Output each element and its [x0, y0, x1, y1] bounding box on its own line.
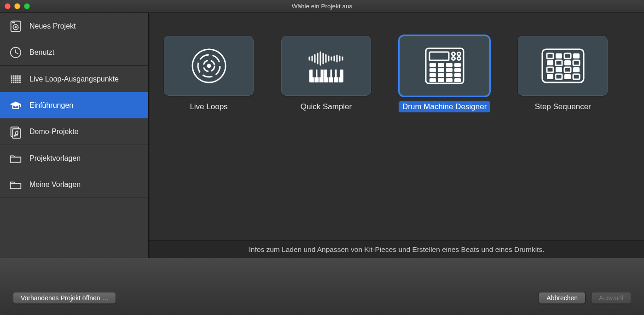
sidebar-item-gradcap[interactable]: Einführungen: [0, 92, 148, 118]
svg-rect-65: [429, 63, 436, 67]
sidebar-item-label: Meine Vorlagen: [29, 181, 81, 189]
sidebar: Neues ProjektBenutztLive Loop-Ausgangspu…: [0, 13, 149, 258]
svg-rect-67: [446, 63, 453, 67]
svg-rect-55: [317, 70, 320, 77]
svg-point-28: [16, 134, 18, 136]
sidebar-item-docmusic[interactable]: Demo-Projekte: [0, 118, 148, 145]
svg-rect-22: [15, 82, 17, 83]
maximize-window-icon[interactable]: [24, 3, 30, 9]
sidebar-item-label: Live Loop-Ausgangspunkte: [29, 75, 119, 83]
svg-rect-12: [15, 77, 17, 79]
gradcap-icon: [8, 98, 23, 113]
template-thumbnail: [164, 36, 254, 96]
titlebar: Wähle ein Projekt aus: [0, 0, 644, 13]
sidebar-item-label: Neues Projekt: [29, 22, 76, 30]
sidebar-item-folder[interactable]: Projektvorlagen: [0, 145, 148, 171]
svg-rect-88: [564, 60, 571, 65]
svg-rect-26: [12, 128, 20, 138]
svg-rect-84: [564, 53, 571, 58]
template-grid: Live LoopsQuick SamplerDrum Machine Desi…: [149, 13, 644, 240]
svg-rect-6: [13, 75, 14, 76]
sidebar-item-disk[interactable]: Neues Projekt: [0, 13, 148, 39]
template-label: Step Sequencer: [531, 101, 595, 112]
svg-rect-16: [13, 79, 14, 81]
svg-rect-77: [429, 78, 436, 82]
sidebar-item-label: Demo-Projekte: [29, 128, 79, 136]
template-quicksampler[interactable]: Quick Sampler: [281, 36, 371, 112]
svg-point-62: [457, 52, 460, 56]
content-pane: Live LoopsQuick SamplerDrum Machine Desi…: [149, 13, 644, 258]
clock-icon: [8, 45, 23, 60]
svg-rect-94: [547, 74, 553, 79]
cancel-button[interactable]: Abbrechen: [539, 292, 586, 304]
sidebar-item-grid[interactable]: Live Loop-Ausgangspunkte: [0, 66, 148, 92]
docmusic-icon: [8, 124, 23, 139]
svg-rect-19: [19, 79, 21, 81]
footer: Vorhandenes Projekt öffnen … Abbrechen A…: [0, 258, 644, 315]
svg-rect-7: [15, 75, 17, 76]
open-existing-button[interactable]: Vorhandenes Projekt öffnen …: [13, 292, 116, 304]
svg-rect-23: [17, 82, 18, 83]
svg-point-61: [452, 52, 455, 56]
svg-rect-82: [547, 53, 553, 58]
svg-rect-20: [11, 82, 12, 83]
template-liveloops[interactable]: Live Loops: [164, 36, 254, 112]
template-thumbnail: [400, 36, 489, 96]
svg-rect-89: [573, 60, 580, 65]
window-title: Wähle ein Projekt aus: [0, 3, 644, 10]
close-window-icon[interactable]: [5, 3, 11, 9]
folder-icon: [8, 177, 23, 192]
template-thumbnail: [281, 36, 371, 96]
svg-rect-79: [446, 78, 453, 82]
template-label: Drum Machine Designer: [399, 101, 490, 112]
svg-rect-73: [429, 73, 436, 77]
template-label: Live Loops: [186, 101, 231, 112]
svg-rect-24: [19, 82, 21, 83]
svg-point-63: [452, 57, 455, 60]
svg-rect-70: [438, 68, 444, 72]
svg-rect-85: [573, 53, 580, 58]
template-stepseq[interactable]: Step Sequencer: [518, 36, 608, 112]
svg-point-2: [15, 26, 17, 28]
svg-rect-58: [337, 70, 340, 77]
svg-rect-86: [547, 60, 553, 65]
sidebar-item-label: Projektvorlagen: [29, 154, 81, 163]
disk-icon: [8, 19, 23, 34]
main-area: Neues ProjektBenutztLive Loop-Ausgangspu…: [0, 13, 644, 258]
svg-rect-9: [19, 75, 21, 76]
sidebar-item-folder[interactable]: Meine Vorlagen: [0, 171, 148, 198]
svg-rect-8: [17, 75, 18, 76]
svg-rect-21: [13, 82, 14, 83]
svg-rect-11: [13, 77, 14, 79]
sidebar-item-label: Einführungen: [29, 101, 73, 110]
choose-button[interactable]: Auswahl: [591, 292, 631, 304]
svg-rect-95: [556, 74, 562, 79]
svg-rect-90: [547, 67, 553, 72]
svg-rect-10: [11, 77, 12, 79]
svg-rect-13: [17, 77, 18, 79]
svg-rect-83: [556, 53, 562, 58]
svg-rect-5: [11, 75, 12, 76]
folder-icon: [8, 151, 23, 166]
svg-rect-3: [12, 22, 15, 23]
svg-point-64: [457, 57, 460, 60]
info-bar: Infos zum Laden und Anpassen von Kit-Pie…: [149, 240, 644, 258]
svg-rect-78: [438, 78, 444, 82]
svg-rect-15: [11, 79, 12, 81]
template-label: Quick Sampler: [297, 101, 355, 112]
grid-icon: [8, 72, 23, 87]
template-drummachine[interactable]: Drum Machine Designer: [399, 36, 490, 112]
minimize-window-icon[interactable]: [14, 3, 20, 9]
svg-rect-60: [429, 52, 449, 60]
svg-rect-69: [429, 68, 436, 72]
svg-rect-91: [556, 67, 562, 72]
sidebar-item-clock[interactable]: Benutzt: [0, 39, 148, 65]
svg-rect-76: [454, 73, 461, 77]
project-chooser-window: Wähle ein Projekt aus Neues ProjektBenut…: [0, 0, 644, 315]
window-controls: [0, 3, 30, 9]
sidebar-item-label: Benutzt: [29, 48, 54, 57]
svg-rect-57: [332, 70, 335, 77]
svg-rect-87: [556, 60, 562, 65]
svg-rect-56: [327, 70, 330, 77]
svg-rect-96: [564, 74, 571, 79]
